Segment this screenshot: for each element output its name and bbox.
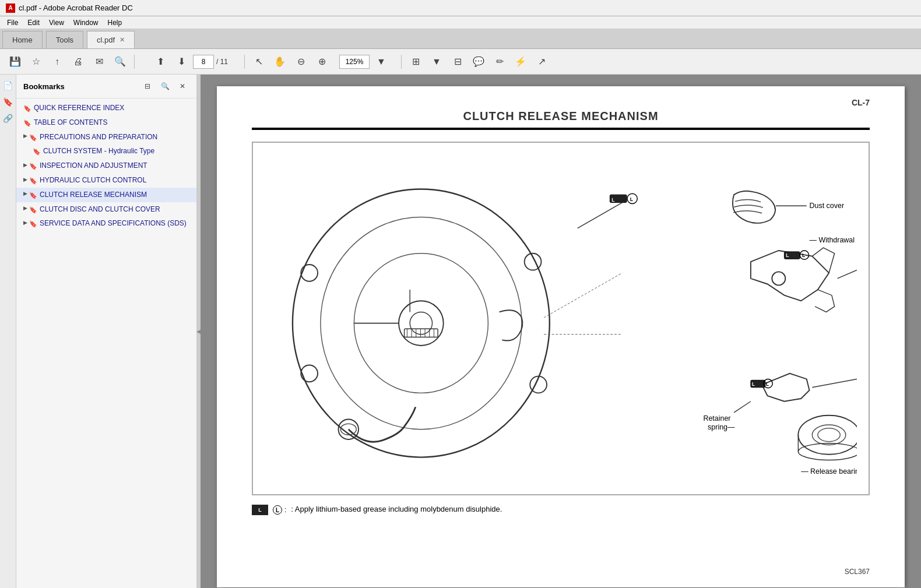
share-button[interactable]: ↑ — [48, 52, 66, 71]
fit-page-dropdown[interactable]: ▼ — [427, 52, 446, 71]
comment-button[interactable]: 💬 — [469, 52, 488, 71]
toolbar-separator-1 — [134, 55, 135, 69]
svg-text:L: L — [611, 197, 614, 203]
sidebar-close-button[interactable]: ✕ — [175, 79, 189, 93]
tab-tools[interactable]: Tools — [46, 31, 83, 48]
pdf-page: CL-7 CLUTCH RELEASE MECHANISM — [217, 86, 905, 587]
menu-view[interactable]: View — [44, 17, 69, 28]
print-button[interactable]: 🖨 — [69, 52, 87, 71]
email-button[interactable]: ✉ — [90, 52, 108, 71]
sidebar-title: Bookmarks — [23, 82, 65, 91]
sidebar-icon-bar: 📄 🔖 🔗 — [0, 75, 16, 588]
page-number-input[interactable] — [193, 55, 214, 69]
bookmark-clutch-disc[interactable]: ▶ 🔖 CLUTCH DISC AND CLUTCH COVER — [16, 202, 196, 217]
tab-pdf-label: cl.pdf — [97, 36, 115, 44]
save-button[interactable]: 💾 — [6, 52, 24, 71]
main-area: 📄 🔖 🔗 Bookmarks ⊟ 🔍 ✕ 🔖 QUICK REFERENCE … — [0, 75, 921, 588]
hand-tool-button[interactable]: ✋ — [270, 52, 289, 71]
search-button[interactable]: 🔍 — [111, 52, 129, 71]
note-section: L L : : Apply lithium-based grease inclu… — [252, 505, 870, 515]
svg-point-3 — [301, 265, 318, 281]
svg-text:L: L — [786, 252, 789, 258]
clutch-diagram-svg: L L Dust cover — [265, 154, 857, 481]
bookmark-sds[interactable]: ▶ 🔖 SERVICE DATA AND SPECIFICATIONS (SDS… — [16, 216, 196, 231]
rotate-button[interactable]: ⊟ — [448, 52, 467, 71]
svg-point-8 — [410, 312, 432, 334]
menu-edit[interactable]: Edit — [23, 17, 44, 28]
menu-window[interactable]: Window — [69, 17, 103, 28]
svg-line-33 — [837, 270, 857, 279]
tab-home[interactable]: Home — [2, 31, 43, 48]
menu-bar: File Edit View Window Help — [0, 16, 921, 29]
sidebar-header-actions: ⊟ 🔍 ✕ — [140, 79, 189, 93]
tools2-button[interactable]: ⚡ — [511, 52, 530, 71]
menu-file[interactable]: File — [2, 17, 23, 28]
bookmark-clutch-release[interactable]: ▶ 🔖 CLUTCH RELEASE MECHANISM — [16, 188, 196, 202]
svg-point-28 — [772, 272, 785, 285]
bookmark-icon-clutch-release: 🔖 — [29, 191, 37, 199]
svg-point-7 — [399, 301, 444, 346]
bookmark-arrow-clutch-release[interactable]: ▶ — [21, 190, 29, 198]
grease-symbol: L — [252, 505, 268, 515]
svg-text:L: L — [802, 252, 805, 258]
tab-bar: Home Tools cl.pdf ✕ — [0, 29, 921, 49]
bookmark-icon-sds: 🔖 — [29, 220, 37, 228]
bookmark-quick-reference[interactable]: 🔖 QUICK REFERENCE INDEX — [16, 101, 196, 115]
bookmark-arrow-clutch-disc[interactable]: ▶ — [21, 205, 29, 213]
svg-point-6 — [301, 365, 318, 382]
svg-line-43 — [734, 402, 751, 413]
menu-help[interactable]: Help — [103, 17, 127, 28]
bookmark-label-clutch-release: CLUTCH RELEASE MECHANISM — [40, 190, 147, 200]
bookmark-label-clutch-disc: CLUTCH DISC AND CLUTCH COVER — [40, 205, 160, 214]
sidebar-header: Bookmarks ⊟ 🔍 ✕ — [16, 75, 196, 98]
svg-text:Retainer: Retainer — [703, 414, 730, 422]
circle-l-symbol: L — [273, 505, 282, 515]
bookmark-icon-inspection: 🔖 — [29, 162, 37, 170]
svg-text:L: L — [630, 196, 633, 202]
bookmark-add-button[interactable]: ☆ — [27, 52, 45, 71]
zoom-in-button[interactable]: ⊕ — [312, 52, 331, 71]
pdf-content-area[interactable]: CL-7 CLUTCH RELEASE MECHANISM — [201, 75, 921, 588]
bookmark-toc[interactable]: 🔖 TABLE OF CONTENTS — [16, 115, 196, 130]
svg-line-25 — [578, 203, 623, 228]
toolbar-separator-2 — [244, 55, 245, 69]
window-title: cl.pdf - Adobe Acrobat Reader DC — [19, 3, 133, 12]
page-total-label: / 11 — [216, 58, 228, 66]
bookmark-arrow-hydraulic[interactable]: ▶ — [21, 175, 29, 184]
tab-close-icon[interactable]: ✕ — [119, 36, 125, 44]
cursor-tool-button[interactable]: ↖ — [249, 52, 268, 71]
bookmark-icon-qr: 🔖 — [23, 104, 31, 112]
tab-tools-label: Tools — [56, 36, 73, 44]
prev-page-button[interactable]: ⬆ — [151, 52, 170, 71]
fit-page-button[interactable]: ⊞ — [406, 52, 425, 71]
share2-button[interactable]: ↗ — [532, 52, 551, 71]
sidebar-layers-icon[interactable]: 📄 — [2, 79, 15, 92]
svg-text:spring—: spring— — [708, 423, 735, 431]
bookmarks-panel: Bookmarks ⊟ 🔍 ✕ 🔖 QUICK REFERENCE INDEX … — [16, 75, 197, 588]
svg-line-50 — [812, 379, 857, 387]
svg-point-35 — [798, 416, 857, 455]
bookmark-inspection[interactable]: ▶ 🔖 INSPECTION AND ADJUSTMENT — [16, 159, 196, 173]
app-icon: A — [6, 3, 15, 13]
sidebar-bookmarks-icon[interactable]: 🔖 — [2, 96, 15, 108]
zoom-dropdown-button[interactable]: ▼ — [372, 52, 391, 71]
bookmark-clutch-system[interactable]: 🔖 CLUTCH SYSTEM - Hydraulic Type — [16, 144, 196, 159]
markup-button[interactable]: ✏ — [490, 52, 509, 71]
bookmark-precautions[interactable]: ▶ 🔖 PRECAUTIONS AND PREPARATION — [16, 130, 196, 145]
sidebar-options-button[interactable]: ⊟ — [140, 79, 154, 93]
next-page-button[interactable]: ⬇ — [172, 52, 191, 71]
svg-text:L: L — [766, 381, 769, 387]
tab-pdf[interactable]: cl.pdf ✕ — [87, 31, 135, 48]
sidebar-search-icon[interactable]: 🔗 — [2, 112, 15, 125]
bookmark-hydraulic[interactable]: ▶ 🔖 HYDRAULIC CLUTCH CONTROL — [16, 173, 196, 188]
zoom-out-button[interactable]: ⊖ — [291, 52, 310, 71]
bookmark-arrow-precautions[interactable]: ▶ — [21, 132, 29, 140]
page-reference: SCL367 — [845, 568, 870, 576]
section-divider — [252, 128, 870, 130]
sidebar-search-button[interactable]: 🔍 — [158, 79, 172, 93]
bookmark-arrow-inspection[interactable]: ▶ — [21, 161, 29, 169]
bookmark-label-precautions: PRECAUTIONS AND PREPARATION — [40, 132, 157, 142]
bookmark-arrow-sds[interactable]: ▶ — [21, 219, 29, 227]
zoom-level-input[interactable] — [339, 55, 370, 69]
tab-home-label: Home — [12, 36, 33, 44]
